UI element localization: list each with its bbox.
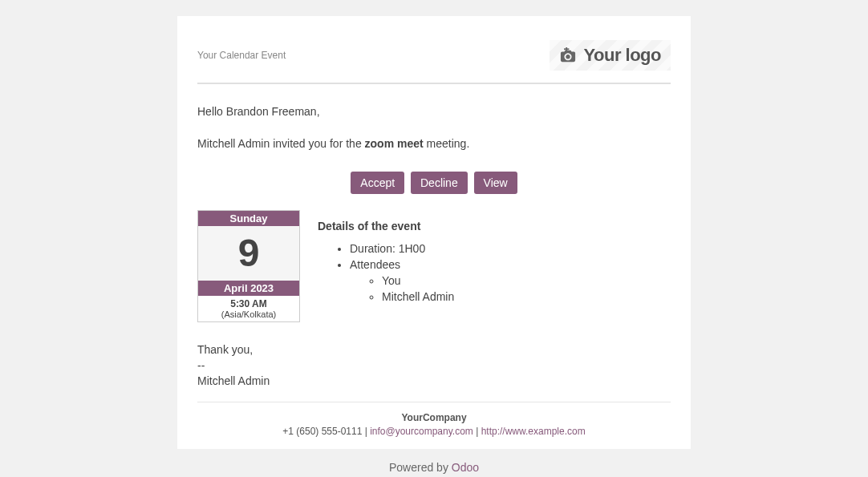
signature: Mitchell Admin [197,374,671,390]
email-container: Your Calendar Event Your logo Hello Bran… [177,16,691,449]
event-details: Details of the event Duration: 1H00 Atte… [318,210,454,322]
view-button[interactable]: View [474,172,517,194]
camera-icon [559,47,577,63]
meeting-name: zoom meet [365,137,424,150]
powered-link[interactable]: Odoo [452,461,479,474]
logo-text: Your logo [583,45,661,66]
content-row: Sunday 9 April 2023 5:30 AM (Asia/Kolkat… [197,210,671,322]
greeting-line: Hello Brandon Freeman, [197,104,671,120]
logo: Your logo [550,40,671,71]
date-time: 5:30 AM [198,296,299,309]
detail-attendees: Attendees You Mitchell Admin [350,258,454,303]
footer-company: YourCompany [197,412,671,423]
footer-url-link[interactable]: http://www.example.com [481,426,586,437]
date-timezone: (Asia/Kolkata) [198,309,299,321]
attendee-you: You [382,274,454,287]
invite-line: Mitchell Admin invited you for the zoom … [197,136,671,152]
date-day-number: 9 [198,226,299,281]
header: Your Calendar Event Your logo [197,40,671,84]
thanks-line: Thank you, [197,342,671,358]
inviter-name: Mitchell Admin [197,137,270,150]
detail-duration: Duration: 1H00 [350,242,454,255]
date-day-name: Sunday [198,211,299,226]
footer-email-link[interactable]: info@yourcompany.com [370,426,473,437]
button-row: Accept Decline View [197,172,671,194]
date-card: Sunday 9 April 2023 5:30 AM (Asia/Kolkat… [197,210,300,322]
invite-mid: invited you for the [270,137,364,150]
footer-phone: +1 (650) 555-0111 [282,426,362,437]
attendees-label: Attendees [350,258,400,271]
closing: Thank you, -- Mitchell Admin [197,342,671,390]
footer-contact: +1 (650) 555-0111 | info@yourcompany.com… [197,426,671,437]
greeting-suffix: , [317,105,320,118]
powered-by: Powered by Odoo [0,449,868,474]
accept-button[interactable]: Accept [351,172,404,194]
invite-suffix: meeting. [424,137,470,150]
greeting-prefix: Hello [197,105,226,118]
date-month-year: April 2023 [198,281,299,296]
details-heading: Details of the event [318,220,454,232]
header-title: Your Calendar Event [197,50,286,61]
powered-prefix: Powered by [389,461,452,474]
recipient-name: Brandon Freeman [226,105,317,118]
footer-sep1: | [362,426,370,437]
dash-line: -- [197,358,671,374]
svg-rect-1 [564,48,569,50]
attendee-other: Mitchell Admin [382,290,454,303]
decline-button[interactable]: Decline [411,172,468,194]
footer: YourCompany +1 (650) 555-0111 | info@you… [197,402,671,437]
footer-sep2: | [473,426,481,437]
